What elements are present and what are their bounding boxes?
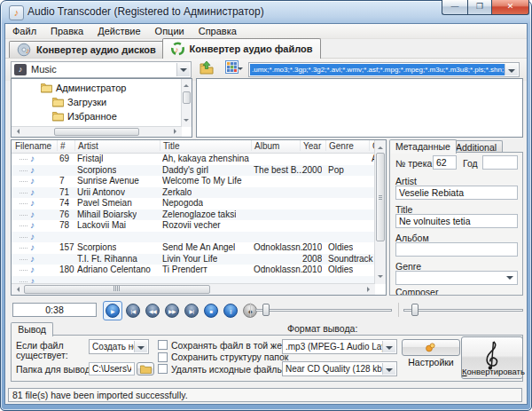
genre-select[interactable] [395, 271, 518, 285]
column-header-year[interactable]: Year [300, 140, 321, 151]
cell-genre: Soundtrack [328, 254, 373, 265]
table-row[interactable]: ♪71Urii AntonovZerkalo [12, 187, 375, 199]
album-field[interactable] [395, 242, 518, 257]
minimize-button[interactable]: — [442, 0, 467, 15]
if-file-exists-value: Создать новь [92, 342, 135, 352]
tab-metadata[interactable]: Метаданные [389, 139, 457, 154]
next-button[interactable]: ▶| [184, 304, 199, 318]
stop-button[interactable]: ■ [204, 304, 218, 318]
tree-item-1[interactable]: Загрузки [52, 95, 106, 109]
cell-year: 2008 [302, 254, 322, 265]
table-row[interactable]: ♪76Mihail BoiarskyZelenoglazoe taksi [12, 209, 375, 221]
output-option-1[interactable]: Сохранить структуру папок [158, 352, 288, 363]
tree-horizontal-scrollbar[interactable] [12, 126, 182, 137]
chevron-down-icon [134, 341, 147, 352]
composer-field[interactable] [395, 295, 518, 296]
table-row[interactable]: ♪74Pavel SmeianNepogoda [12, 198, 375, 209]
table-horizontal-scrollbar[interactable] [12, 283, 375, 295]
settings-icon [426, 343, 435, 352]
quality-select[interactable]: Near CD Quality (128 kbit/s) [282, 361, 397, 376]
checkbox-unchecked[interactable] [158, 352, 168, 362]
menu-item-2[interactable]: Действие [90, 26, 147, 36]
cell-artist: Urii Antonov [77, 187, 125, 199]
cell-artist: Lackovii Mai [77, 220, 126, 232]
prev-button[interactable]: |◀ [126, 304, 140, 318]
output-option-label: Удалять исходные файлы [171, 364, 284, 375]
table-row[interactable]: ♪T.I. Ft. RihannaLivin Your Life2008Soun… [12, 254, 375, 265]
cell-title: Zerkalo [162, 187, 192, 199]
browse-folder-button[interactable] [137, 362, 154, 375]
favorites-folder-icon [52, 111, 64, 122]
table-row[interactable]: ♪180Adriano CelentanoTi PrenderтOdnoklas… [12, 265, 375, 276]
table-row[interactable]: ♪ [12, 232, 375, 243]
tab-1[interactable]: ♪Конвертер аудио файлов [162, 38, 321, 59]
music-note-icon: ♪ [30, 154, 35, 164]
artist-field[interactable] [395, 186, 518, 200]
checkbox-unchecked[interactable] [158, 364, 168, 374]
convert-button[interactable]: Конвертировать [461, 336, 523, 379]
tree-item-0[interactable]: Администратор [41, 81, 126, 95]
app-icon: ♪ [9, 5, 24, 20]
checkbox-unchecked[interactable] [158, 340, 168, 350]
music-note-icon: ♪ [30, 209, 35, 220]
tab-0[interactable]: ♪Конвертер аудио дисков [9, 41, 164, 58]
volume-slider[interactable] [403, 301, 523, 319]
cell-num: 7 [59, 176, 65, 187]
menu-item-0[interactable]: Файл [5, 26, 43, 36]
track-number-field[interactable] [433, 155, 457, 170]
rewind-button-wrap: ◀◀ [144, 302, 161, 320]
volume-slider-thumb[interactable] [411, 304, 419, 316]
prev-button-wrap: |◀ [124, 302, 142, 320]
seek-slider[interactable] [255, 301, 392, 319]
column-header-num[interactable]: # [57, 140, 66, 151]
column-header-album[interactable]: Album [251, 140, 279, 151]
folder-up-button[interactable] [197, 60, 216, 79]
library-select[interactable]: ♪ Music [11, 61, 192, 78]
seek-slider-thumb[interactable] [262, 304, 270, 316]
column-header-title[interactable]: Title [160, 140, 180, 151]
year-field[interactable] [482, 155, 518, 170]
output-option-2[interactable]: Удалять исходные файлы [158, 363, 284, 375]
menu-item-3[interactable]: Опции [148, 26, 192, 36]
settings-button[interactable]: Настройки [402, 339, 460, 356]
year-label: Год [463, 158, 478, 169]
tree-vertical-scrollbar[interactable] [181, 79, 192, 127]
extensions-filter-combo[interactable]: .umx;*.mo3;*.3gp;*.3g2;*.avi;*.wmv;*.asf… [248, 62, 520, 77]
output-format-label: Формат вывода: [287, 324, 357, 334]
chevron-down-icon [382, 363, 395, 375]
pause-button[interactable]: || [223, 304, 238, 318]
view-mode-button[interactable] [219, 60, 245, 79]
cell-title: Welcome To My Life [162, 176, 242, 187]
tree-connector [20, 159, 27, 160]
tree-connector [20, 225, 27, 226]
menu-item-1[interactable]: Правка [43, 26, 90, 36]
forward-button[interactable]: ▶▶ [165, 304, 179, 318]
maximize-button[interactable]: ❐ [467, 0, 492, 15]
file-table-header[interactable]: Filename#ArtistTitleAlbumYearGenreComp [12, 140, 375, 154]
table-row[interactable]: ♪78Lackovii MaiRozovii vecher [12, 220, 375, 232]
table-row[interactable]: ♪157ScorpionsSend Me An AngelOdnoklassn.… [12, 242, 375, 254]
menu-item-4[interactable]: Справка [192, 26, 244, 36]
output-folder-label: Папка для вывода: [16, 365, 98, 375]
output-folder-field[interactable] [89, 362, 135, 375]
tree-item-label: Администратор [56, 83, 126, 93]
tab-output[interactable]: Вывод [11, 322, 53, 336]
close-button[interactable]: ✕ [492, 0, 529, 15]
column-header-artist[interactable]: Artist [74, 140, 98, 151]
if-file-exists-select[interactable]: Создать новь [89, 339, 149, 354]
title-bar[interactable]: ♪ Audio Transcoder (Registered to Админи… [1, 1, 531, 23]
table-row[interactable]: ♪7Sunrise AvenueWelcome To My Life [12, 176, 375, 187]
rewind-button[interactable]: ◀◀ [145, 304, 160, 318]
column-header-genre[interactable]: Genre [325, 140, 354, 151]
tree-item-2[interactable]: Избранное [52, 109, 117, 123]
output-format-select[interactable]: .mp3 (MPEG-1 Audio Layer 3) [282, 339, 397, 354]
title-field[interactable] [395, 214, 518, 228]
table-row[interactable]: ♪69FristajlAh, kakaya zhenshinaA [12, 154, 375, 165]
cell-num: 157 [59, 242, 74, 254]
play-button[interactable]: ▶ [106, 304, 120, 318]
audio-files-icon: ♪ [170, 42, 185, 56]
table-vertical-scrollbar[interactable] [374, 140, 386, 284]
cell-album: Odnoklassn... [254, 265, 308, 276]
column-header-filename[interactable]: Filename [12, 140, 51, 151]
table-row[interactable]: ♪ScorpionsDaddy's girlThe best B...2000P… [12, 165, 375, 177]
